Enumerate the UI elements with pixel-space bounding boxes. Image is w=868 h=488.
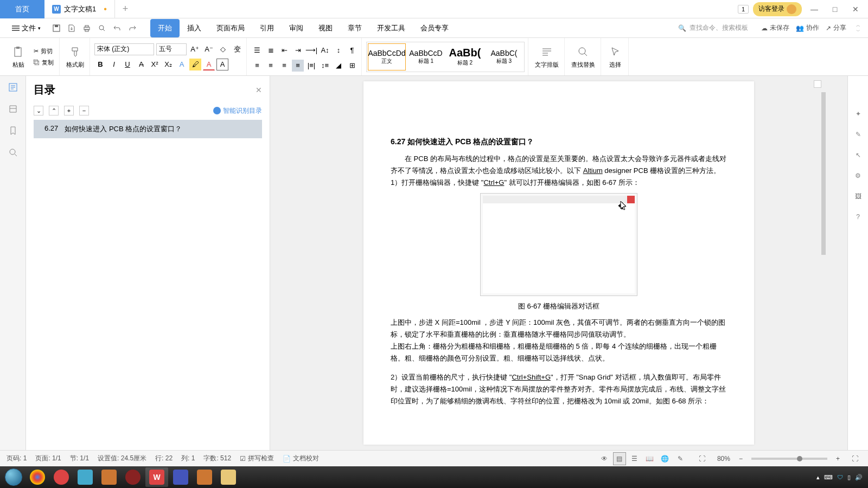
- file-menu[interactable]: 文件 ▾: [8, 21, 45, 35]
- find-replace-button[interactable]: 查找替换: [569, 44, 597, 69]
- status-doccheck[interactable]: 📄文档校对: [283, 454, 319, 463]
- align-right-button[interactable]: ≡: [278, 60, 290, 72]
- view-eye-button[interactable]: 👁: [598, 452, 611, 465]
- status-page[interactable]: 页面: 1/1: [35, 454, 61, 463]
- task-app2[interactable]: [74, 467, 97, 487]
- toc-add-button[interactable]: +: [64, 106, 74, 115]
- image-icon[interactable]: 🖼: [853, 191, 864, 202]
- align-left-button[interactable]: ≡: [251, 60, 263, 72]
- tab-view[interactable]: 视图: [311, 19, 340, 37]
- task-app3[interactable]: [98, 467, 120, 487]
- superscript-button[interactable]: X²: [149, 59, 161, 70]
- toc-expand-button[interactable]: ⌃: [49, 106, 59, 115]
- highlight-button[interactable]: 🖊: [189, 59, 201, 70]
- text-direction-button[interactable]: A↕: [319, 44, 331, 56]
- status-setting[interactable]: 设置值: 24.5厘米: [98, 454, 146, 463]
- decrease-indent-button[interactable]: ⇤: [278, 44, 290, 56]
- pointer-icon[interactable]: ↖: [853, 150, 864, 160]
- bullet-list-button[interactable]: ☰: [251, 44, 263, 56]
- tray-shield-icon[interactable]: 🛡: [837, 474, 843, 480]
- paste-button[interactable]: 粘贴: [9, 44, 28, 69]
- format-painter-button[interactable]: 格式刷: [64, 44, 86, 69]
- task-explorer[interactable]: [217, 467, 240, 487]
- clear-format-button[interactable]: ◇: [217, 43, 229, 55]
- tab-review[interactable]: 审阅: [282, 19, 311, 37]
- collab-button[interactable]: 👥协作: [796, 23, 819, 33]
- style-heading2[interactable]: AaBb(标题 2: [446, 43, 484, 70]
- style-normal[interactable]: AaBbCcDd正文: [368, 43, 406, 70]
- toc-close-button[interactable]: ✕: [256, 86, 262, 94]
- login-button[interactable]: 访客登录: [753, 2, 802, 16]
- settings-icon[interactable]: ⚙: [853, 170, 864, 181]
- style-heading1[interactable]: AaBbCcD标题 1: [407, 43, 445, 70]
- tray-volume-icon[interactable]: 🔊: [855, 474, 863, 481]
- redo-icon[interactable]: [127, 23, 137, 33]
- char-border-button[interactable]: A: [216, 59, 228, 70]
- strikethrough-button[interactable]: A̶: [135, 59, 147, 70]
- unsaved-status[interactable]: ☁未保存: [761, 23, 789, 33]
- document-tab[interactable]: W 文字文稿1 •: [44, 0, 115, 18]
- tab-chapter[interactable]: 章节: [340, 19, 369, 37]
- fullscreen-button[interactable]: ⛶: [848, 452, 861, 465]
- bold-button[interactable]: B: [94, 59, 106, 70]
- show-marks-button[interactable]: ¶: [346, 44, 358, 56]
- text-layout-button[interactable]: 文字排版: [533, 44, 561, 69]
- bookmark-panel-icon[interactable]: [7, 125, 19, 137]
- status-chars[interactable]: 字数: 512: [203, 454, 231, 463]
- task-app4[interactable]: [122, 467, 144, 487]
- smart-detect-toc[interactable]: 智能识别目录: [213, 106, 262, 115]
- tab-start[interactable]: 开始: [150, 19, 180, 37]
- task-chrome[interactable]: [26, 467, 49, 487]
- edit-icon[interactable]: ✎: [853, 129, 864, 140]
- distribute-button[interactable]: |≡|: [305, 60, 317, 72]
- text-effects-button[interactable]: A: [176, 59, 188, 70]
- line-spacing-button[interactable]: ↕≡: [319, 60, 331, 72]
- tab-insert[interactable]: 插入: [180, 19, 209, 37]
- task-app6[interactable]: [193, 467, 216, 487]
- style-heading3[interactable]: AaBbC(标题 3: [485, 43, 523, 70]
- toc-collapse-button[interactable]: ⌄: [34, 106, 43, 115]
- search-panel-icon[interactable]: [7, 146, 19, 158]
- select-button[interactable]: 选择: [605, 44, 625, 69]
- increase-indent-button[interactable]: ⇥: [292, 44, 304, 56]
- zoom-in-button[interactable]: +: [836, 455, 840, 463]
- document-area[interactable]: 6.27 如何快速进入 PCB 格点的设置窗口？ 在 PCB 的布局与布线的过程…: [270, 76, 847, 450]
- view-outline-button[interactable]: ☰: [628, 452, 641, 465]
- fit-width-button[interactable]: ⛶: [695, 452, 709, 465]
- nav-panel-icon[interactable]: [7, 103, 19, 115]
- export-icon[interactable]: [67, 23, 76, 33]
- task-app1[interactable]: [50, 467, 73, 487]
- tab-stops-button[interactable]: ⟶|: [305, 44, 317, 56]
- status-spell[interactable]: ☑拼写检查: [240, 454, 274, 463]
- maximize-button[interactable]: □: [827, 1, 843, 17]
- print-preview-icon[interactable]: [97, 23, 107, 33]
- tab-references[interactable]: 引用: [252, 19, 282, 37]
- font-color-button[interactable]: A: [203, 59, 215, 70]
- tray-keyboard-icon[interactable]: ⌨: [824, 474, 833, 481]
- tab-page-layout[interactable]: 页面布局: [209, 19, 252, 37]
- underline-button[interactable]: U: [122, 59, 133, 70]
- sort-button[interactable]: ↕: [333, 44, 344, 56]
- status-col[interactable]: 列: 1: [181, 454, 195, 463]
- align-center-button[interactable]: ≡: [265, 60, 277, 72]
- view-page-button[interactable]: ▤: [613, 452, 626, 465]
- align-justify-button[interactable]: ≡: [292, 60, 304, 72]
- view-annotate-button[interactable]: ✎: [674, 452, 687, 465]
- tray-show-hidden[interactable]: ▴: [816, 474, 820, 481]
- undo-icon[interactable]: [112, 23, 122, 33]
- shrink-font-button[interactable]: A⁻: [203, 43, 215, 55]
- cut-button[interactable]: ✂剪切: [31, 46, 56, 56]
- borders-button[interactable]: ⊞: [346, 60, 358, 72]
- help-icon[interactable]: ?: [853, 211, 864, 222]
- resource-icon[interactable]: ✦: [853, 108, 864, 119]
- zoom-level[interactable]: 80%: [717, 455, 730, 463]
- subscript-button[interactable]: X₂: [162, 59, 174, 70]
- scrollbar-vertical[interactable]: [821, 92, 826, 255]
- tab-count[interactable]: 1: [738, 5, 749, 14]
- outline-panel-icon[interactable]: [7, 81, 19, 93]
- task-wps[interactable]: W: [145, 467, 168, 487]
- tab-devtools[interactable]: 开发工具: [369, 19, 413, 37]
- print-icon[interactable]: [82, 23, 92, 33]
- view-web-button[interactable]: 🌐: [659, 452, 672, 465]
- tab-member[interactable]: 会员专享: [413, 19, 456, 37]
